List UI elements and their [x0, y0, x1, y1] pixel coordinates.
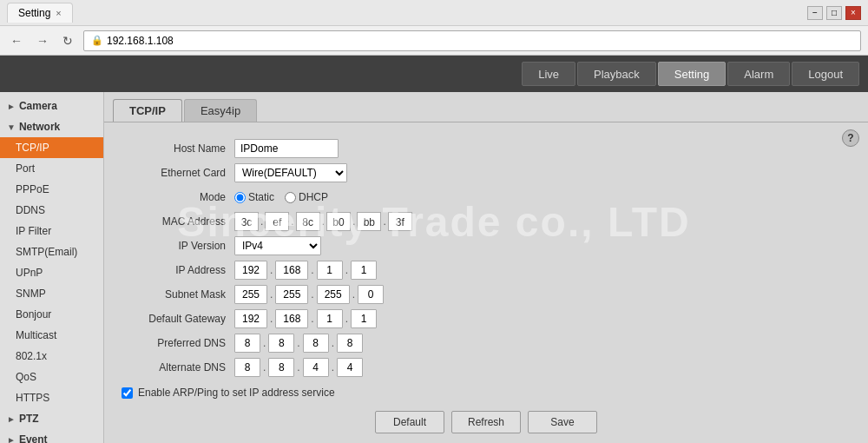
pdns-seg-0[interactable]	[234, 334, 260, 353]
sidebar-ptz-label: PTZ	[19, 413, 39, 425]
mac-label: MAC Address	[122, 209, 234, 234]
mac-display: 3c . ef . 8c . b0 . bb . 3f	[234, 212, 851, 231]
ethernet-row: Ethernet Card Wire(DEFAULT)	[122, 161, 851, 185]
pdns-seg-3[interactable]	[337, 334, 363, 353]
top-nav: Live Playback Setting Alarm Logout	[0, 56, 868, 92]
sidebar-item-port[interactable]: Port	[0, 158, 103, 179]
hostname-row: Host Name	[122, 136, 851, 161]
default-button[interactable]: Default	[375, 411, 444, 433]
ip-seg-1[interactable]	[275, 261, 308, 280]
mode-dhcp-radio[interactable]	[285, 192, 296, 203]
adns-seg-1[interactable]	[268, 358, 294, 377]
gateway-seg-0[interactable]	[234, 309, 267, 328]
tab-easy4ip[interactable]: Easy4ip	[184, 99, 257, 122]
ethernet-select[interactable]: Wire(DEFAULT)	[234, 163, 347, 182]
mode-label: Mode	[122, 185, 234, 209]
subnet-seg-2[interactable]	[317, 285, 350, 304]
preferred-dns-display: . . .	[234, 334, 851, 353]
sidebar: ► Camera ▼ Network TCP/IP Port PPPoE DDN…	[0, 92, 104, 443]
ip-version-select[interactable]: IPv4	[234, 236, 321, 255]
lock-icon: 🔒	[91, 35, 103, 46]
sidebar-section-network[interactable]: ▼ Network	[0, 116, 103, 137]
mode-dhcp-label[interactable]: DHCP	[285, 191, 328, 203]
minimize-button[interactable]: −	[807, 6, 823, 20]
nav-alarm-button[interactable]: Alarm	[727, 62, 790, 86]
camera-arrow-icon: ►	[7, 102, 16, 111]
browser-titlebar: Setting × − □ ×	[0, 0, 868, 26]
arp-ping-checkbox[interactable]	[122, 387, 133, 399]
mac-seg-3: b0	[326, 212, 351, 231]
refresh-button[interactable]: Refresh	[451, 411, 521, 433]
subnet-display: . . .	[234, 285, 851, 304]
preferred-dns-label: Preferred DNS	[122, 331, 234, 355]
adns-seg-3[interactable]	[337, 358, 363, 377]
mode-static-text: Static	[248, 191, 274, 203]
help-icon[interactable]: ?	[842, 129, 859, 147]
nav-live-button[interactable]: Live	[522, 62, 575, 86]
ethernet-label: Ethernet Card	[122, 161, 234, 185]
mac-seg-1: ef	[265, 212, 289, 231]
mode-radio-group: Static DHCP	[234, 191, 851, 203]
close-button[interactable]: ×	[845, 6, 861, 20]
sidebar-item-bonjour[interactable]: Bonjour	[0, 304, 103, 325]
tab-close-icon[interactable]: ×	[56, 8, 61, 18]
sidebar-section-event[interactable]: ► Event	[0, 429, 103, 443]
gateway-seg-3[interactable]	[351, 309, 377, 328]
pdns-seg-2[interactable]	[303, 334, 329, 353]
bonjour-label: Bonjour	[16, 308, 51, 321]
sidebar-section-camera[interactable]: ► Camera	[0, 96, 103, 116]
ip-address-display: . . .	[234, 261, 851, 280]
hostname-input[interactable]	[234, 139, 339, 158]
sidebar-section-ptz[interactable]: ► PTZ	[0, 408, 103, 429]
refresh-nav-button[interactable]: ↻	[59, 32, 76, 50]
multicast-label: Multicast	[16, 329, 56, 341]
mode-value: Static DHCP	[234, 185, 851, 209]
address-bar[interactable]: 🔒 192.168.1.108	[83, 30, 861, 51]
tab-tcpip[interactable]: TCP/IP	[113, 99, 182, 122]
sidebar-item-tcpip[interactable]: TCP/IP	[0, 137, 103, 158]
mode-static-label[interactable]: Static	[234, 191, 274, 203]
alternate-dns-row: Alternate DNS . . .	[122, 355, 851, 380]
adns-seg-2[interactable]	[303, 358, 329, 377]
ip-version-row: IP Version IPv4	[122, 234, 851, 258]
maximize-button[interactable]: □	[826, 6, 842, 20]
qos-label: QoS	[16, 371, 36, 383]
pdns-seg-1[interactable]	[268, 334, 294, 353]
back-button[interactable]: ←	[7, 32, 26, 50]
sidebar-item-upnp[interactable]: UPnP	[0, 262, 103, 283]
sidebar-item-smtp[interactable]: SMTP(Email)	[0, 241, 103, 262]
nav-setting-button[interactable]: Setting	[658, 62, 726, 86]
ipfilter-label: IP Filter	[16, 225, 51, 237]
nav-logout-button[interactable]: Logout	[792, 62, 859, 86]
ip-version-value: IPv4	[234, 234, 851, 258]
gateway-seg-1[interactable]	[275, 309, 308, 328]
gateway-seg-2[interactable]	[317, 309, 343, 328]
settings-form: Host Name Ethernet Card Wire(DEFAULT)	[122, 136, 851, 380]
https-label: HTTPS	[16, 392, 49, 404]
sidebar-item-8021x[interactable]: 802.1x	[0, 346, 103, 367]
upnp-label: UPnP	[16, 267, 43, 279]
forward-button[interactable]: →	[33, 32, 52, 50]
subnet-seg-3[interactable]	[358, 285, 384, 304]
save-button[interactable]: Save	[528, 411, 597, 433]
subnet-seg-1[interactable]	[275, 285, 308, 304]
subnet-seg-0[interactable]	[234, 285, 267, 304]
sidebar-item-pppoe[interactable]: PPPoE	[0, 179, 103, 200]
arp-ping-row: Enable ARP/Ping to set IP address servic…	[122, 387, 851, 399]
sidebar-item-ipfilter[interactable]: IP Filter	[0, 221, 103, 241]
tab-title: Setting	[18, 7, 50, 19]
mode-static-radio[interactable]	[234, 192, 246, 203]
ip-seg-3[interactable]	[351, 261, 377, 280]
sidebar-item-ddns[interactable]: DDNS	[0, 200, 103, 221]
sidebar-item-snmp[interactable]: SNMP	[0, 283, 103, 304]
nav-playback-button[interactable]: Playback	[577, 62, 656, 86]
adns-seg-0[interactable]	[234, 358, 260, 377]
sidebar-item-https[interactable]: HTTPS	[0, 387, 103, 408]
sidebar-item-qos[interactable]: QoS	[0, 367, 103, 387]
sidebar-item-multicast[interactable]: Multicast	[0, 325, 103, 346]
ip-version-label: IP Version	[122, 234, 234, 258]
content-panel: ? Host Name Ethernet Card Wire(DEFAULT)	[104, 122, 868, 443]
ip-seg-2[interactable]	[317, 261, 343, 280]
browser-tab[interactable]: Setting ×	[7, 3, 73, 23]
ip-seg-0[interactable]	[234, 261, 267, 280]
